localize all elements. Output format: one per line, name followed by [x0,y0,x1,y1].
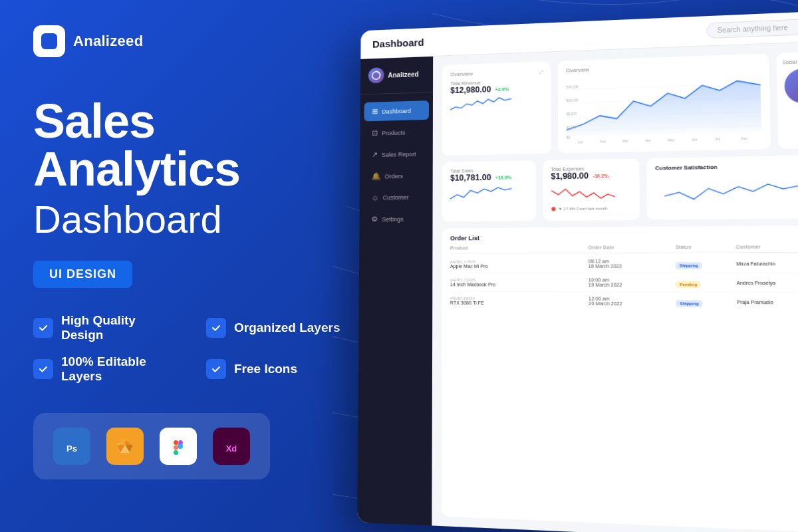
headline-line2: Dashboard [33,198,352,241]
overview-label-card: Overview ⤢ Total Revenue $12,980.00 +2.9… [442,61,551,156]
logo-icon [33,25,65,57]
col-customer: Customer [736,244,798,249]
settings-nav-icon: ⚙ [371,215,378,223]
sidebar-logo-text: Analizeed [388,70,418,78]
svg-text:$10,000: $10,000 [566,98,578,102]
sidebar-item-dashboard[interactable]: ⊞ Dashboard [364,100,429,121]
feature-label-4: Free Icons [234,362,297,376]
main-content: Overview ⤢ Total Revenue $12,980.00 +2.9… [432,41,798,532]
expenses-dot [551,207,555,211]
col-product: Product [450,245,585,251]
sidebar-item-products[interactable]: ⊡ Products [364,122,429,143]
sidebar-logo-icon [368,67,384,83]
headline-section: Sales Analytics Dashboard UI DESIGN High… [33,97,352,507]
sidebar-label-customer: Customer [383,194,409,201]
col-date: Order Date [588,245,672,250]
order-table-header: Product Order Date Status Customer [450,244,798,254]
revenue-sparkline [450,93,511,114]
row1-status: Shipping [676,257,733,270]
sidebar-item-sales-report[interactable]: ↗ Sales Report [364,144,429,165]
sidebar-label-settings: Settings [382,215,404,222]
brand-name: Analizeed [73,33,143,50]
left-section: Analizeed Sales Analytics Dashboard UI D… [0,0,386,532]
ui-design-badge: UI DESIGN [33,261,132,288]
expenses-sparkline [551,183,615,203]
row1-customer: Mirza Faturachin [736,261,798,266]
sidebar-label-products: Products [382,129,405,136]
svg-rect-16 [178,440,183,445]
feature-label-3: 100% Editable Layers [61,354,180,384]
expand-icon: ⤢ [538,68,543,76]
feature-item-1: High Quality Design [33,313,180,342]
sales-change: +16.9% [495,175,512,180]
dashboard-title: Dashboard [372,37,424,50]
svg-text:Ps: Ps [66,444,77,454]
headline-line1: Sales Analytics [33,97,352,193]
revenue-change: +2.9% [495,86,509,92]
top-row: Overview ⤢ Total Revenue $12,980.00 +2.9… [442,51,798,156]
svg-rect-13 [174,440,178,445]
check-icon-2 [206,318,226,338]
row1-product: #APPL.17828 Apple Mac Mi Pro [450,259,586,269]
dashboard-wrapper: Dashboard Search anything here Analizeed… [357,11,798,532]
overview-chart-card: Overview [557,53,771,153]
svg-text:$0: $0 [566,135,570,140]
dashboard-body: Analizeed ⊞ Dashboard ⊡ Products ↗ Sales… [357,41,798,532]
tool-photoshop-icon: Ps [53,428,90,465]
customer-nav-icon: ☺ [372,194,379,201]
search-box[interactable]: Search anything here [706,18,798,39]
sidebar-label-dashboard: Dashboard [382,107,411,114]
row2-product: #APPL.71025 14 Inch Macbook Pro [450,278,586,287]
tools-section: Ps [33,413,270,479]
sidebar-item-settings[interactable]: ⚙ Settings [363,209,428,229]
svg-rect-14 [174,445,178,450]
svg-text:Xd: Xd [226,444,237,454]
svg-rect-15 [174,450,178,455]
expenses-change: -10.2% [593,173,608,178]
svg-text:Feb: Feb [600,139,606,144]
svg-text:Aug: Aug [741,136,747,140]
expenses-note-text: ▼ 27.8% From last month [558,206,607,211]
sidebar-label-salesreport: Sales Report [382,150,416,158]
total-sales-card: Total Sales $10,781.00 +16.9% [442,160,536,221]
sales-sparkline [450,184,512,204]
row2-customer: Andres Prosetya [737,280,798,285]
row1-date: 08:12 am18 March 2022 [589,259,673,269]
svg-rect-0 [41,33,57,49]
order-list-title: Order List [450,233,798,242]
social-label: Social So... [783,59,798,65]
orders-nav-icon: 🔔 [372,172,381,181]
overview-label: Overview [450,68,542,78]
sidebar-item-customer[interactable]: ☺ Customer [364,188,429,207]
row3-customer: Praja Pramudio [737,299,798,305]
check-icon-3 [33,359,53,379]
sidebar-logo: Analizeed [360,66,433,95]
sidebar-item-orders[interactable]: 🔔 Orders [364,166,429,186]
check-icon-4 [206,359,226,379]
sidebar-label-orders: Orders [385,173,403,180]
row3-date: 12:00 am20 March 2022 [589,296,673,306]
row3-status: Shipping [676,295,734,309]
tool-xd-icon: Xd [213,428,250,465]
satisfaction-title: Customer Satisfaction [655,162,798,172]
total-expenses-card: Total Expenses $1,980.00 -10.2% ▼ 27.8% … [543,158,640,221]
dashboard-nav-icon: ⊞ [372,107,378,116]
order-row-2: #APPL.71025 14 Inch Macbook Pro 10:00 am… [450,273,798,293]
feature-label-2: Organized Layers [234,321,340,335]
features-grid: High Quality Design Organized Layers 100… [33,313,352,384]
middle-row: Total Sales $10,781.00 +16.9% Total Expe… [442,155,798,221]
satisfaction-chart [655,173,798,210]
tool-sketch-icon [106,428,144,465]
row2-date: 10:00 am19 March 2022 [589,277,673,287]
feature-item-3: 100% Editable Layers [33,354,180,384]
svg-text:May: May [668,138,674,142]
products-nav-icon: ⊡ [372,129,378,138]
salesreport-nav-icon: ↗ [372,150,378,159]
order-list-card: Order List Product Order Date Status Cus… [442,225,798,532]
order-row-3: #NVID.99263 RTX 3080 Ti FE 12:00 am20 Ma… [450,291,798,311]
order-row-1: #APPL.17828 Apple Mac Mi Pro 08:12 am18 … [450,254,798,273]
expenses-note: ▼ 27.8% From last month [551,206,631,211]
customer-satisfaction-card: Customer Satisfaction [646,155,798,220]
logo-row: Analizeed [33,25,352,57]
sidebar: Analizeed ⊞ Dashboard ⊡ Products ↗ Sales… [357,57,433,526]
